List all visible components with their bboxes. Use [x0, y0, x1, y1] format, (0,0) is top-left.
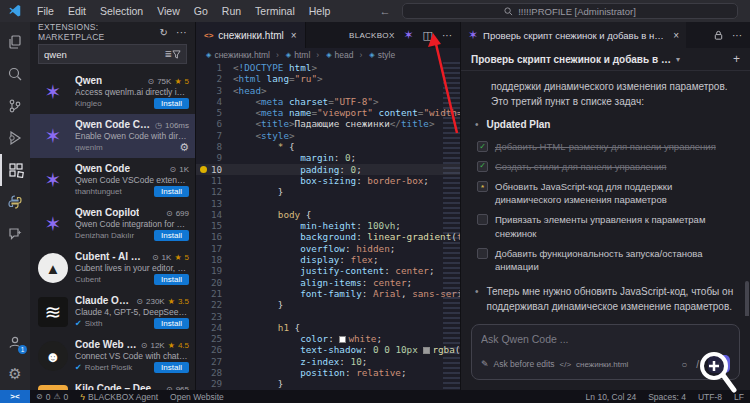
- tab-snezhinki-html[interactable]: <> снежинки.html ×: [196, 22, 306, 48]
- code-editor[interactable]: 1<!DOCTYPE html>2<html lang="ru">3<head>…: [196, 62, 460, 390]
- code-line[interactable]: 22 }: [196, 299, 460, 310]
- extension-list-item[interactable]: ≋ Claude Opus 4.5,... ⊙ 230K ★: [30, 290, 195, 334]
- code-line[interactable]: 27 z-index: 10;: [196, 356, 460, 367]
- explorer-icon[interactable]: [0, 26, 30, 58]
- code-line[interactable]: 16 background: linear-gradient(to: [196, 231, 460, 242]
- code-line[interactable]: 4 <meta charset="UTF-8">: [196, 96, 460, 107]
- install-button[interactable]: Install: [154, 98, 189, 109]
- plan-item[interactable]: Добавить функциональность запуска/остано…: [477, 247, 736, 275]
- refresh-icon[interactable]: ↻: [159, 27, 168, 38]
- chat-more-icon[interactable]: ···: [732, 30, 742, 41]
- settings-gear-icon[interactable]: ⚙: [0, 358, 30, 390]
- lock-icon[interactable]: [713, 30, 724, 41]
- extensions-view-icon[interactable]: [0, 154, 30, 186]
- code-line[interactable]: 19 justify-content: center;: [196, 265, 460, 276]
- edit-mode-label[interactable]: Ask before edits: [494, 359, 555, 369]
- source-control-icon[interactable]: [0, 90, 30, 122]
- code-line[interactable]: 18 display: flex;: [196, 254, 460, 265]
- editor-more-icon[interactable]: ···: [442, 30, 452, 41]
- open-website-button[interactable]: Open Website: [164, 390, 230, 403]
- lightbulb-icon[interactable]: [200, 166, 207, 173]
- minimap[interactable]: [443, 62, 460, 390]
- extension-list-item[interactable]: ✶ Qwen Copilot ⊙ 699: [30, 202, 195, 246]
- extensions-search-box[interactable]: ≣: [38, 44, 187, 64]
- chat-tab[interactable]: ✶ Проверь скрипт снежинок и добавь в неё…: [461, 22, 686, 48]
- chat-scrollbar[interactable]: [745, 281, 749, 316]
- code-line[interactable]: 25 color: white;: [196, 333, 460, 344]
- encoding-setting[interactable]: UTF-8: [692, 390, 728, 403]
- extension-list-item[interactable]: ♟ Kilo Code – DeepInfra ... ⊙ 965: [30, 378, 195, 390]
- code-line[interactable]: 3<head>: [196, 85, 460, 96]
- menu-item[interactable]: Selection: [93, 3, 150, 19]
- cursor-position[interactable]: Ln 10, Col 24: [580, 390, 643, 403]
- code-line[interactable]: 7 <style>: [196, 130, 460, 141]
- code-line[interactable]: 23: [196, 311, 460, 322]
- breadcrumb-item[interactable]: ◈ style: [355, 50, 395, 60]
- code-line[interactable]: 2<html lang="ru">: [196, 73, 460, 84]
- code-line[interactable]: 21 font-family: Arial, sans-seri: [196, 288, 460, 299]
- split-editor-icon[interactable]: ◫: [423, 29, 433, 42]
- chat-input-box[interactable]: ✎ Ask before edits </> снежинки.html ○ /…: [471, 324, 740, 380]
- views-more-icon[interactable]: ···: [176, 27, 187, 38]
- extension-list-item[interactable]: ✶ Qwen Code ⊙ 1K: [30, 158, 195, 202]
- plan-item[interactable]: Создать стили для панели управления: [477, 160, 736, 174]
- menu-item[interactable]: Help: [302, 3, 338, 19]
- indentation-setting[interactable]: Spaces: 4: [642, 390, 692, 403]
- remote-indicator[interactable]: ><: [0, 390, 30, 403]
- plan-item[interactable]: Привязать элементы управления к параметр…: [477, 213, 736, 241]
- install-button[interactable]: Install: [154, 274, 189, 285]
- chat-input[interactable]: [481, 333, 730, 345]
- code-line[interactable]: 9 margin: 0;: [196, 152, 460, 163]
- code-line[interactable]: 5 <meta name="viewport" content="width=d: [196, 107, 460, 118]
- problems-indicator[interactable]: ⊘ 0 ⚠ 0: [30, 390, 74, 403]
- code-line[interactable]: 24 h1 {: [196, 322, 460, 333]
- code-line[interactable]: 13: [196, 198, 460, 209]
- code-line[interactable]: 20 align-items: center;: [196, 277, 460, 288]
- install-button[interactable]: Install: [154, 362, 189, 373]
- code-line[interactable]: 12 }: [196, 186, 460, 197]
- blackbox-agent-status[interactable]: ϟ BLACKBOX Agent: [74, 390, 164, 403]
- checkbox-icon[interactable]: [477, 161, 488, 172]
- new-chat-button[interactable]: +: [733, 52, 740, 66]
- extensions-search-input[interactable]: [44, 49, 160, 60]
- extension-list-item[interactable]: ☻ Code Web Chat ⊙ 12K ★ 4.5: [30, 334, 195, 378]
- code-line[interactable]: 26 text-shadow: 0 0 10px rgba(: [196, 344, 460, 355]
- run-debug-icon[interactable]: [0, 122, 30, 154]
- breadcrumb-item[interactable]: ◈ html: [272, 50, 310, 60]
- menu-item[interactable]: File: [30, 3, 61, 19]
- code-line[interactable]: 6 <title>Падающие снежинки</title>: [196, 118, 460, 129]
- install-button[interactable]: Install: [154, 186, 189, 197]
- checkbox-icon[interactable]: [477, 248, 488, 259]
- checkbox-icon[interactable]: [477, 141, 488, 152]
- code-line[interactable]: 29 }: [196, 378, 460, 389]
- blackbox-label[interactable]: BLACKBOX: [349, 31, 395, 40]
- context-file-chip[interactable]: снежинки.html: [576, 360, 628, 369]
- breadcrumb-item[interactable]: ◈ снежинки.html: [206, 50, 270, 60]
- menu-item[interactable]: Edit: [61, 3, 93, 19]
- account-icon[interactable]: 1: [0, 326, 30, 358]
- extension-list-item[interactable]: ✶ Qwen Code Companion ◷ 106ms: [30, 114, 195, 158]
- clear-filter-icon[interactable]: ≣: [164, 49, 172, 59]
- menu-item[interactable]: Go: [187, 3, 215, 19]
- chevron-down-icon[interactable]: ▾: [676, 55, 680, 64]
- command-center[interactable]: !!!!!PROFILE [Administrator]: [402, 3, 738, 19]
- menu-item[interactable]: View: [150, 3, 187, 19]
- send-button[interactable]: ↑: [708, 355, 730, 373]
- python-icon[interactable]: [0, 186, 30, 218]
- manage-gear-icon[interactable]: ⚙: [179, 141, 189, 154]
- install-button[interactable]: Install: [154, 230, 189, 241]
- extension-list-item[interactable]: ✶ Qwen ⊙ 75K ★ 5: [30, 70, 195, 114]
- plan-item[interactable]: Добавить HTML-разметку для панели управл…: [477, 140, 736, 154]
- menu-item[interactable]: Terminal: [248, 3, 302, 19]
- back-arrow-icon[interactable]: ←: [379, 5, 390, 17]
- code-line[interactable]: 28 position: relative;: [196, 367, 460, 378]
- code-line[interactable]: 15 min-height: 100vh;: [196, 220, 460, 231]
- code-line[interactable]: 11 box-sizing: border-box;: [196, 175, 460, 186]
- code-line[interactable]: 8 * {: [196, 141, 460, 152]
- search-view-icon[interactable]: [0, 58, 30, 90]
- filter-funnel-icon[interactable]: [172, 50, 181, 59]
- qwen-icon[interactable]: ✶: [404, 28, 414, 42]
- slash-command-icon[interactable]: /: [696, 359, 699, 370]
- code-line[interactable]: 14 body {: [196, 209, 460, 220]
- tab-close-icon[interactable]: ×: [291, 30, 297, 41]
